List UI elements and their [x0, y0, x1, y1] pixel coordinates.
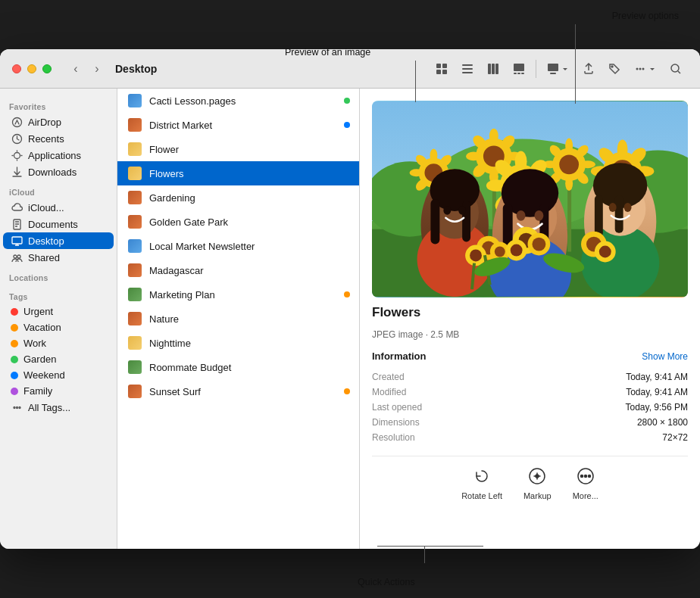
markup-icon [525, 464, 549, 488]
sidebar-item-airdrop[interactable]: AirDrop [3, 114, 114, 130]
file-item-local[interactable]: Local Market Newsletter [117, 234, 359, 258]
sidebar-item-documents[interactable]: Documents [3, 216, 114, 232]
sidebar-item-downloads[interactable]: Downloads [3, 164, 114, 180]
rotate-left-button[interactable]: Rotate Left [461, 464, 502, 500]
file-item-cacti[interactable]: Cacti Lesson.pages [117, 89, 359, 113]
sidebar-item-applications[interactable]: Applications [3, 147, 114, 164]
forward-button[interactable]: › [88, 60, 106, 78]
file-item-madagascar[interactable]: Madagascar [117, 258, 359, 282]
downloads-icon [11, 166, 23, 178]
file-item-gardening[interactable]: Gardening [117, 185, 359, 210]
label-last-opened: Last opened [372, 400, 455, 415]
svg-point-17 [636, 67, 639, 70]
window-title: Desktop [115, 63, 157, 75]
sidebar-item-desktop[interactable]: Desktop [3, 232, 114, 249]
sidebar-item-label-desktop: Desktop [28, 235, 64, 247]
show-more-link[interactable]: Show More [642, 351, 688, 362]
file-item-nature[interactable]: Nature [117, 307, 359, 331]
svg-point-135 [599, 246, 611, 258]
table-row-modified: Modified Today, 9:41 AM [372, 385, 688, 400]
label-resolution: Resolution [372, 430, 455, 445]
sidebar-item-weekend[interactable]: Weekend [3, 367, 114, 383]
sidebar-item-label-applications: Applications [28, 150, 81, 161]
svg-point-141 [580, 475, 583, 478]
value-created: Today, 9:41 AM [455, 369, 688, 385]
back-button[interactable]: ‹ [67, 60, 85, 78]
finder-window: ‹ › Desktop [0, 49, 700, 549]
file-item-flowers[interactable]: Flowers [117, 161, 359, 185]
file-name-cacti: Cacti Lesson.pages [149, 95, 338, 107]
sidebar-item-recents[interactable]: Recents [3, 130, 114, 147]
more-actions-button[interactable]: More... [573, 464, 598, 500]
file-item-nighttime[interactable]: Nighttime [117, 331, 359, 355]
sidebar-item-icloud[interactable]: iCloud... [3, 199, 114, 216]
svg-point-31 [19, 406, 20, 408]
titlebar-right [430, 58, 688, 79]
sidebar-item-work[interactable]: Work [3, 335, 114, 351]
sidebar-item-label-all-tags: All Tags... [28, 402, 70, 413]
file-name-flowers: Flowers [149, 168, 350, 179]
svg-point-139 [536, 475, 539, 478]
file-item-golden[interactable]: Golden Gate Park [117, 210, 359, 234]
svg-point-16 [611, 66, 613, 67]
preview-toolbar [541, 58, 688, 79]
file-dot-district [344, 122, 350, 128]
value-dimensions: 2800 × 1800 [455, 415, 688, 430]
svg-point-129 [532, 238, 545, 251]
file-dot-cacti [344, 98, 350, 104]
info-table: Created Today, 9:41 AM Modified Today, 9… [372, 369, 688, 445]
label-created: Created [372, 369, 455, 385]
svg-rect-11 [514, 73, 517, 74]
search-button[interactable] [664, 58, 688, 79]
more-actions-label: More... [573, 491, 598, 500]
svg-point-123 [495, 247, 505, 257]
sidebar-item-all-tags[interactable]: All Tags... [3, 399, 114, 416]
all-tags-icon [11, 401, 23, 413]
file-icon-nature [127, 310, 143, 327]
svg-point-44 [410, 169, 423, 176]
sidebar-section-locations: Locations [0, 266, 117, 285]
rotate-left-label: Rotate Left [461, 491, 502, 500]
minimize-button[interactable] [27, 64, 36, 73]
svg-rect-2 [436, 70, 441, 74]
share-button[interactable] [577, 58, 601, 79]
svg-rect-8 [492, 64, 495, 74]
svg-rect-12 [517, 73, 520, 74]
sidebar-item-shared[interactable]: Shared [3, 249, 114, 266]
file-item-district[interactable]: District Market [117, 113, 359, 137]
view-grid-button[interactable] [430, 58, 454, 79]
close-button[interactable] [12, 64, 21, 73]
sidebar-item-family[interactable]: Family [3, 383, 114, 399]
view-columns-button[interactable] [481, 58, 505, 79]
svg-point-117 [624, 203, 632, 212]
file-icon-district [127, 117, 143, 133]
file-item-flower[interactable]: Flower [117, 137, 359, 161]
nav-buttons: ‹ › [67, 60, 106, 78]
view-list-button[interactable] [455, 58, 480, 79]
weekend-tag-dot [11, 372, 18, 379]
file-item-roommate[interactable]: Roommate Budget [117, 355, 359, 379]
sidebar-section-tags: Tags [0, 285, 117, 304]
svg-point-18 [639, 67, 642, 70]
svg-point-116 [609, 203, 617, 212]
svg-point-30 [16, 406, 17, 408]
gallery-view-button[interactable] [541, 58, 575, 79]
tags-button[interactable] [602, 58, 627, 79]
svg-point-24 [14, 152, 20, 158]
markup-button[interactable]: Markup [523, 464, 552, 500]
view-gallery-button[interactable] [507, 58, 531, 79]
sidebar-item-label-documents: Documents [28, 219, 78, 230]
sidebar-item-vacation[interactable]: Vacation [3, 319, 114, 335]
more-button[interactable] [628, 58, 662, 79]
icloud-icon [11, 201, 23, 213]
file-icon-marketing [127, 286, 143, 303]
file-name-nature: Nature [149, 313, 350, 325]
file-icon-local [127, 238, 143, 254]
svg-point-121 [470, 250, 482, 262]
file-item-sunset[interactable]: Sunset Surf [117, 379, 359, 403]
fullscreen-button[interactable] [42, 64, 52, 73]
sidebar-item-garden[interactable]: Garden [3, 351, 114, 367]
file-item-marketing[interactable]: Marketing Plan [117, 282, 359, 307]
sidebar-item-urgent[interactable]: Urgent [3, 304, 114, 319]
svg-rect-9 [495, 64, 498, 74]
